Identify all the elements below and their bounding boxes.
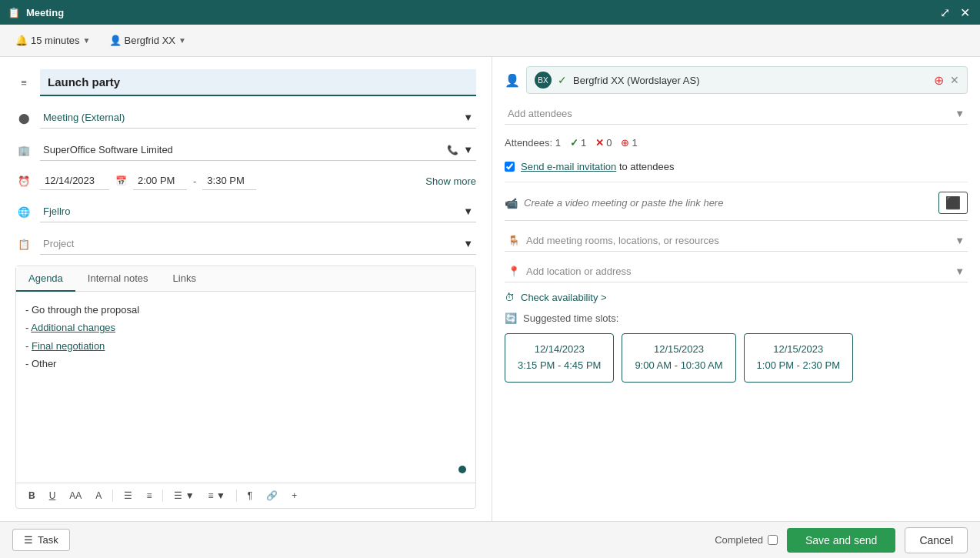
main-toolbar: 🔔 15 minutes ▼ 👤 Bergfrid XX ▼: [0, 25, 980, 57]
phone-icon: 📞: [447, 145, 458, 155]
meeting-icon: 📋: [8, 7, 20, 18]
reminder-chevron: ▼: [83, 36, 91, 45]
font-size-button[interactable]: AA: [65, 488, 86, 503]
divider-1: [505, 182, 968, 182]
numbered-list-button[interactable]: ≡ ▼: [204, 488, 230, 503]
task-icon: ☰: [24, 534, 33, 546]
tabs-header: Agenda Internal notes Links: [16, 266, 475, 292]
meeting-type-selector[interactable]: Meeting (External) ▼: [40, 107, 476, 129]
check-count-item: ✓ 1: [570, 137, 586, 149]
task-button[interactable]: ☰ Task: [12, 529, 70, 551]
project-selector[interactable]: Project ▼: [40, 233, 476, 255]
footer: ☰ Task Completed Save and send Cancel: [0, 521, 980, 558]
email-invite-link[interactable]: Send e-mail invitation: [521, 161, 616, 172]
email-invite-row: Send e-mail invitation to attendees: [505, 161, 968, 172]
attendee-remove-button[interactable]: ✕: [950, 74, 959, 86]
check-icon: ✓: [570, 137, 578, 149]
calendar-icon[interactable]: 📅: [115, 175, 127, 186]
end-time-input[interactable]: [202, 172, 256, 190]
company-selector[interactable]: SuperOffice Software Limited 📞 ▼: [40, 139, 476, 161]
time-slot-3[interactable]: 12/15/2023 1:00 PM - 2:30 PM: [744, 333, 853, 383]
editor-toolbar: B U AA A ☰ ≡ ☰ ▼ ≡ ▼ ¶ 🔗 +: [16, 483, 475, 508]
video-meeting-button[interactable]: ⬛: [938, 192, 968, 214]
suggested-slots-label: 🔄 Suggested time slots:: [505, 312, 968, 324]
warning-count-item: ⊕ 1: [621, 137, 637, 149]
email-invite-checkbox[interactable]: [505, 162, 515, 172]
meeting-type-chevron: ▼: [463, 112, 473, 123]
window-title: Meeting: [26, 7, 64, 18]
attendee-bar: BX ✓ Bergfrid XX (Wordslayer AS) ⊕ ✕: [526, 66, 968, 94]
slot-1-date: 12/14/2023: [518, 342, 601, 358]
maximize-button[interactable]: ⤢: [937, 5, 952, 20]
meeting-type-icon: ⬤: [15, 112, 32, 124]
close-button[interactable]: ✕: [957, 5, 972, 20]
location-address-placeholder: Add location or address: [526, 266, 632, 277]
agenda-text: - Go through the proposal - Additional c…: [25, 301, 466, 373]
meeting-title-input[interactable]: [40, 69, 476, 96]
company-row: 🏢 SuperOffice Software Limited 📞 ▼: [15, 139, 476, 161]
tab-internal-notes[interactable]: Internal notes: [75, 266, 161, 292]
project-icon: 📋: [15, 239, 32, 250]
footer-right: Completed Save and send Cancel: [715, 527, 968, 553]
font-style-button[interactable]: A: [91, 488, 106, 503]
align-center-button[interactable]: ≡: [142, 488, 156, 503]
meeting-type-value: Meeting (External): [43, 112, 125, 123]
task-label: Task: [38, 534, 58, 546]
slot-2-date: 12/15/2023: [635, 342, 722, 358]
agenda-line-3: - Final negotiation: [25, 337, 466, 355]
project-chevron: ▼: [463, 238, 473, 249]
location-chevron: ▼: [463, 205, 473, 217]
rooms-placeholder: Add meeting rooms, locations, or resourc…: [526, 235, 719, 246]
rooms-chevron: ▼: [955, 235, 965, 246]
main-content: ≡ ⬤ Meeting (External) ▼ 🏢 SuperOffice S…: [0, 57, 980, 521]
agenda-link-negotiation[interactable]: Final negotiation: [32, 340, 105, 352]
start-time-input[interactable]: [133, 172, 187, 190]
check-availability-row[interactable]: ⏱ Check availability >: [505, 292, 968, 303]
more-button[interactable]: +: [287, 488, 302, 503]
location-address-chevron: ▼: [955, 266, 965, 277]
rooms-icon: 🪑: [508, 235, 520, 246]
project-row: 📋 Project ▼: [15, 233, 476, 255]
dot-indicator: [458, 466, 466, 473]
agenda-line-1: - Go through the proposal: [25, 301, 466, 319]
paragraph-button[interactable]: ¶: [243, 488, 257, 503]
project-value: Project: [43, 238, 74, 249]
tab-links[interactable]: Links: [161, 266, 208, 292]
left-panel: ≡ ⬤ Meeting (External) ▼ 🏢 SuperOffice S…: [0, 57, 492, 521]
time-slot-1[interactable]: 12/14/2023 3:15 PM - 4:45 PM: [505, 333, 614, 383]
location-row: 🌐 Fjellro ▼: [15, 201, 476, 222]
link-button[interactable]: 🔗: [262, 488, 282, 503]
date-input[interactable]: [40, 172, 109, 190]
x-icon: ✕: [595, 137, 604, 149]
slot-2-time: 9:00 AM - 10:30 AM: [635, 358, 722, 374]
agenda-link-changes[interactable]: Additional changes: [31, 322, 115, 333]
time-separator: -: [193, 175, 196, 187]
rooms-selector[interactable]: 🪑 Add meeting rooms, locations, or resou…: [505, 230, 968, 252]
datetime-row: ⏰ 📅 - Show more: [15, 172, 476, 190]
bullet-list-button[interactable]: ☰ ▼: [169, 488, 198, 503]
location-selector[interactable]: Fjellro ▼: [40, 201, 476, 222]
completed-row: Completed: [715, 534, 778, 546]
toolbar-sep-2: [162, 490, 163, 502]
underline-button[interactable]: U: [45, 488, 61, 503]
completed-checkbox[interactable]: [768, 535, 778, 545]
warning-count: 1: [632, 137, 637, 149]
align-left-button[interactable]: ☰: [119, 488, 137, 503]
bold-button[interactable]: B: [24, 488, 40, 503]
attendee-check-icon: ✓: [558, 74, 567, 86]
owner-selector[interactable]: 👤 Bergfrid XX ▼: [103, 32, 192, 49]
cancel-button[interactable]: Cancel: [905, 527, 968, 553]
save-send-button[interactable]: Save and send: [787, 528, 895, 553]
location-address-selector[interactable]: 📍 Add location or address ▼: [505, 261, 968, 282]
time-slot-2[interactable]: 12/15/2023 9:00 AM - 10:30 AM: [622, 333, 735, 383]
tab-agenda[interactable]: Agenda: [16, 266, 75, 292]
attendee-warning-icon[interactable]: ⊕: [934, 73, 944, 88]
show-more-link[interactable]: Show more: [425, 175, 476, 187]
reminder-selector[interactable]: 🔔 15 minutes ▼: [9, 32, 97, 49]
add-attendees-field[interactable]: Add attendees ▼: [505, 103, 968, 125]
time-slots-container: 12/14/2023 3:15 PM - 4:45 PM 12/15/2023 …: [505, 333, 968, 383]
check-availability-label: Check availability >: [521, 292, 607, 303]
email-invite-label: Send e-mail invitation to attendees: [521, 161, 674, 172]
video-meeting-input[interactable]: [524, 197, 932, 209]
x-count-item: ✕ 0: [595, 137, 612, 149]
